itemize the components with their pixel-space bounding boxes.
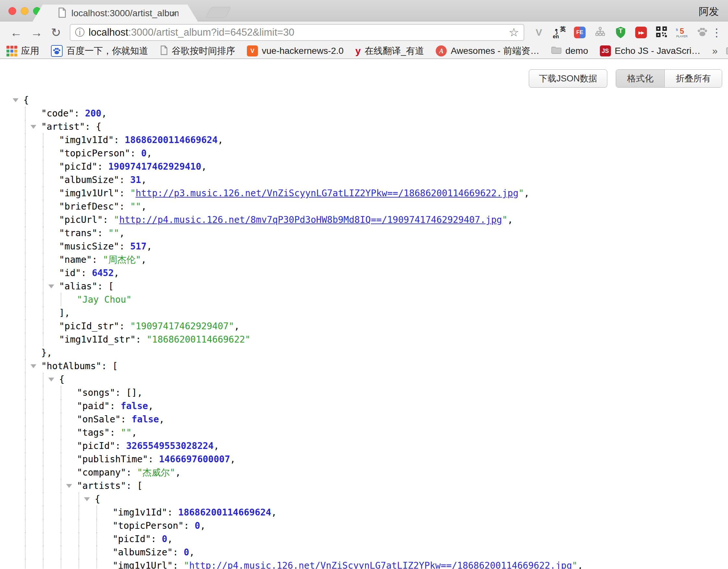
json-comma: , [141, 201, 147, 212]
bookmark-demo[interactable]: demo [551, 45, 588, 57]
html5-player-icon[interactable]: s5PLAYER [675, 26, 689, 39]
bookmark-vue-hackernews[interactable]: Vvue-hackernews-2.0 [247, 45, 344, 57]
tab-close-icon[interactable]: × [171, 8, 176, 19]
bookmarks-bar: 应用百度一下，你就知道谷歌按时间排序Vvue-hackernews-2.0y在线… [0, 43, 728, 59]
indent-guide-line [25, 133, 26, 147]
browser-menu-icon[interactable]: ⋮ [711, 26, 722, 39]
json-line-code: "tags": "", [0, 426, 137, 439]
bookmark-awesomes[interactable]: AAwesomes - 前端资… [436, 45, 539, 57]
minimize-window-button[interactable] [21, 7, 29, 15]
json-link[interactable]: http://p4.music.126.net/8mv7qP30Pd3oHW8b… [119, 214, 502, 225]
json-comma: , [167, 534, 173, 544]
json-comma: , [234, 321, 239, 332]
fastforward-glyph-icon: ▶▶ [635, 27, 647, 38]
json-colon: : [173, 547, 184, 558]
vue-devtools-icon[interactable]: V [532, 26, 546, 39]
indent-guide-line [61, 293, 61, 306]
bookmark-label: Awesomes - 前端资… [451, 45, 539, 57]
collapse-arrow-icon[interactable] [66, 484, 72, 488]
collapse-arrow-icon[interactable] [30, 125, 36, 129]
qr-code-icon[interactable] [655, 26, 668, 39]
collapse-all-button[interactable]: 折叠所有 [664, 70, 722, 87]
bookmark-youdao[interactable]: y在线翻译_有道 [355, 45, 424, 57]
json-colon: : [97, 161, 108, 172]
back-button[interactable]: ← [10, 27, 22, 39]
indent-guide-line [43, 532, 43, 546]
grid-dot [6, 54, 9, 56]
fastforward-icon[interactable]: ▶▶ [634, 26, 648, 39]
json-colon: : [115, 387, 126, 398]
json-number: 18686200114669624 [125, 135, 218, 145]
collapse-arrow-icon[interactable] [13, 98, 18, 102]
collapse-arrow-icon[interactable] [30, 364, 36, 368]
bookmarks-overflow-icon[interactable]: » [712, 45, 718, 56]
json-line-code: "songs": [], [0, 386, 142, 399]
collapse-arrow-icon[interactable] [84, 497, 90, 501]
json-line-code: "albumSize": 31, [0, 173, 147, 187]
json-line-code: "company": "杰威尔", [0, 466, 181, 479]
indent-guide-line [43, 200, 43, 213]
reload-button[interactable]: ↻ [51, 27, 61, 39]
paw-icon[interactable] [696, 26, 709, 39]
forward-button[interactable]: → [30, 27, 42, 39]
bookmark-echojs[interactable]: JSEcho JS - JavaScri… [600, 45, 701, 57]
json-number: false [121, 401, 148, 411]
page-info-icon[interactable]: ⓘ [75, 26, 85, 39]
bookmark-vue-hackernews-glyph-icon: V [247, 45, 258, 56]
address-bar[interactable]: ⓘ localhost:3000/artist_album?id=6452&li… [70, 24, 524, 41]
extensions-area: V⤴英enFET▶▶s5PLAYER [532, 26, 709, 39]
fe-icon[interactable]: FE [573, 26, 587, 39]
json-line-code: "picUrl": "http://p4.music.126.net/8mv7q… [0, 213, 513, 226]
json-comma: , [175, 467, 181, 478]
indent-guide-line [25, 439, 26, 453]
json-line: ], [0, 306, 728, 320]
indent-guide-line [25, 346, 26, 359]
bookmark-star-icon[interactable]: ☆ [509, 26, 519, 39]
download-json-button[interactable]: 下载JSON数据 [529, 69, 607, 88]
format-button[interactable]: 格式化 [616, 70, 664, 87]
grid-dot [6, 50, 9, 53]
json-link[interactable]: http://p4.music.126.net/VnZiScyynLG7atLI… [189, 560, 572, 569]
json-line: "albumSize": 31, [0, 173, 728, 187]
json-key: "picId" [113, 534, 151, 544]
profile-name[interactable]: 阿发 [699, 5, 719, 18]
json-colon: : [110, 401, 121, 411]
indent-guide-line [61, 426, 61, 439]
json-key: "picId_str" [59, 321, 119, 332]
sitemap-icon[interactable] [593, 26, 607, 39]
collapse-arrow-icon[interactable] [48, 378, 54, 381]
shield-icon[interactable]: T [614, 26, 627, 39]
indent-guide-line [79, 546, 79, 559]
bookmark-google-sorted[interactable]: 谷歌按时间排序 [160, 45, 235, 57]
json-number: 19097417462929410 [108, 161, 201, 172]
translate-icon[interactable]: ⤴英en [552, 26, 566, 39]
json-line: "picUrl": "http://p4.music.126.net/8mv7q… [0, 213, 728, 226]
indent-guide-line [61, 519, 61, 532]
json-line: "onSale": false, [0, 413, 728, 426]
indent-guide-line [43, 439, 43, 453]
indent-guide-line [25, 532, 26, 546]
bookmark-baidu[interactable]: 百度一下，你就知道 [51, 45, 148, 57]
indent-guide-line [25, 373, 26, 386]
indent-guide-line [25, 559, 26, 569]
bookmark-label: demo [565, 46, 588, 56]
indent-guide-line [79, 519, 79, 532]
indent-guide-line [25, 306, 26, 320]
json-line-code: "topicPerson": 0, [0, 519, 206, 532]
indent-guide-line [25, 453, 26, 466]
close-window-button[interactable] [8, 7, 16, 15]
collapse-arrow-icon[interactable] [48, 285, 54, 288]
indent-guide-line [43, 559, 43, 569]
indent-guide-line [43, 306, 43, 320]
json-link[interactable]: http://p3.music.126.net/VnZiScyynLG7atLI… [136, 188, 518, 199]
indent-guide-line [25, 519, 26, 532]
new-tab-button[interactable] [205, 7, 231, 18]
indent-guide-line [43, 280, 43, 293]
other-bookmarks-folder[interactable]: 其他书签 [726, 45, 728, 57]
json-key: "hotAlbums" [41, 361, 101, 371]
indent-guide-line [43, 466, 43, 479]
browser-tab[interactable]: localhost:3000/artist_album?id × [32, 5, 198, 22]
json-colon: : [74, 108, 85, 119]
json-punct: }, [41, 347, 52, 358]
bookmark-apps[interactable]: 应用 [6, 45, 39, 57]
